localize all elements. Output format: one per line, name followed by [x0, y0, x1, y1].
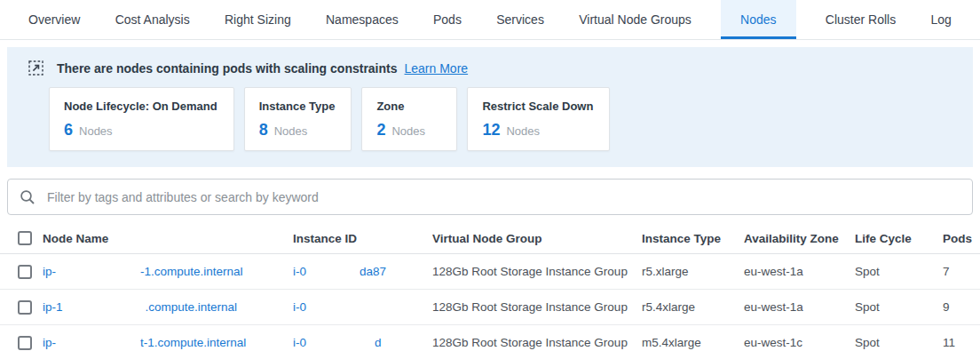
life-cycle-cell: Spot: [855, 265, 943, 278]
pods-count-cell: 7: [943, 265, 980, 278]
column-header-instance-type[interactable]: Instance Type: [642, 232, 744, 245]
scaling-constraints-banner: There are nodes containing pods with sca…: [7, 47, 973, 167]
card-title: Node Lifecycle: On Demand: [64, 100, 217, 113]
instance-type-cell: m5.4xlarge: [642, 336, 744, 349]
row-checkbox[interactable]: [18, 336, 32, 350]
availability-zone-cell: eu-west-1a: [744, 300, 855, 314]
redacted-gap: [306, 346, 375, 347]
redacted-gap: [56, 346, 140, 347]
tab-services[interactable]: Services: [491, 0, 549, 39]
tab-cost-analysis[interactable]: Cost Analysis: [110, 0, 195, 39]
column-header-life-cycle[interactable]: Life Cycle: [855, 232, 943, 245]
card-title: Instance Type: [259, 100, 336, 113]
row-checkbox[interactable]: [18, 265, 32, 279]
card-count: 6: [64, 121, 73, 140]
card-unit: Nodes: [391, 124, 425, 138]
card-unit: Nodes: [274, 124, 308, 138]
tab-overview[interactable]: Overview: [23, 0, 85, 39]
card-restrict-scale-down[interactable]: Restrict Scale Down 12 Nodes: [467, 87, 610, 151]
column-header-node-name[interactable]: Node Name: [43, 232, 293, 245]
instance-id-link[interactable]: i-0: [293, 300, 306, 314]
cluster-tab-bar: Overview Cost Analysis Right Sizing Name…: [0, 0, 980, 40]
instance-id-link[interactable]: i-0d: [293, 336, 382, 349]
tab-namespaces[interactable]: Namespaces: [320, 0, 404, 39]
life-cycle-cell: Spot: [855, 336, 943, 349]
node-name-link[interactable]: ip--1.compute.internal: [43, 265, 243, 278]
table-header-row: Node Name Instance ID Virtual Node Group…: [0, 223, 980, 254]
select-all-checkbox[interactable]: [18, 231, 32, 245]
column-header-availability-zone[interactable]: Availability Zone: [744, 232, 855, 245]
search-input[interactable]: [45, 189, 960, 205]
row-checkbox[interactable]: [18, 300, 32, 315]
constraint-cards: Node Lifecycle: On Demand 6 Nodes Instan…: [7, 87, 973, 151]
learn-more-link[interactable]: Learn More: [405, 61, 469, 76]
table-row: ip-t-1.compute.internal i-0d 128Gb Root …: [0, 325, 980, 359]
virtual-node-group-cell: 128Gb Root Storage Instance Group: [432, 336, 642, 349]
card-node-lifecycle[interactable]: Node Lifecycle: On Demand 6 Nodes: [49, 87, 234, 151]
instance-type-cell: r5.xlarge: [642, 265, 744, 278]
virtual-node-group-cell: 128Gb Root Storage Instance Group: [432, 300, 642, 314]
tab-right-sizing[interactable]: Right Sizing: [219, 0, 296, 39]
redacted-gap: [56, 275, 140, 275]
availability-zone-cell: eu-west-1c: [744, 336, 855, 349]
card-title: Restrict Scale Down: [482, 100, 593, 113]
virtual-node-group-cell: 128Gb Root Storage Instance Group: [432, 265, 642, 278]
table-row: ip-1.compute.internal i-0 128Gb Root Sto…: [0, 290, 980, 325]
instance-id-link[interactable]: i-0da87: [293, 265, 386, 278]
banner-message: There are nodes containing pods with sca…: [57, 61, 398, 76]
tab-cluster-rolls[interactable]: Cluster Rolls: [820, 0, 901, 39]
tab-pods[interactable]: Pods: [428, 0, 467, 39]
availability-zone-cell: eu-west-1a: [744, 265, 855, 278]
tab-virtual-node-groups[interactable]: Virtual Node Groups: [573, 0, 697, 39]
card-title: Zone: [376, 100, 440, 113]
filter-search-bar: [7, 179, 973, 215]
card-count: 8: [259, 121, 268, 140]
card-unit: Nodes: [506, 124, 540, 138]
banner-header: There are nodes containing pods with sca…: [7, 47, 973, 87]
node-name-link[interactable]: ip-t-1.compute.internal: [43, 336, 246, 349]
card-unit: Nodes: [79, 124, 113, 138]
redacted-gap: [63, 310, 146, 311]
instance-type-cell: r5.4xlarge: [642, 300, 744, 314]
node-name-link[interactable]: ip-1.compute.internal: [43, 300, 237, 314]
search-icon: [20, 189, 36, 205]
card-count: 12: [482, 121, 500, 140]
pods-count-cell: 9: [943, 300, 980, 314]
tab-log[interactable]: Log: [926, 0, 957, 39]
nodes-table: Node Name Instance ID Virtual Node Group…: [0, 223, 980, 359]
column-header-virtual-node-group[interactable]: Virtual Node Group: [432, 232, 642, 245]
pods-count-cell: 11: [943, 336, 980, 349]
scale-out-icon: [28, 60, 43, 76]
card-zone[interactable]: Zone 2 Nodes: [361, 87, 457, 151]
redacted-gap: [306, 275, 360, 275]
tab-nodes[interactable]: Nodes: [721, 0, 795, 39]
life-cycle-cell: Spot: [855, 300, 943, 314]
column-header-pods[interactable]: Pods: [943, 232, 980, 245]
card-instance-type[interactable]: Instance Type 8 Nodes: [244, 87, 352, 151]
column-header-instance-id[interactable]: Instance ID: [293, 232, 432, 245]
table-row: ip--1.compute.internal i-0da87 128Gb Roo…: [0, 254, 980, 290]
card-count: 2: [376, 121, 385, 140]
